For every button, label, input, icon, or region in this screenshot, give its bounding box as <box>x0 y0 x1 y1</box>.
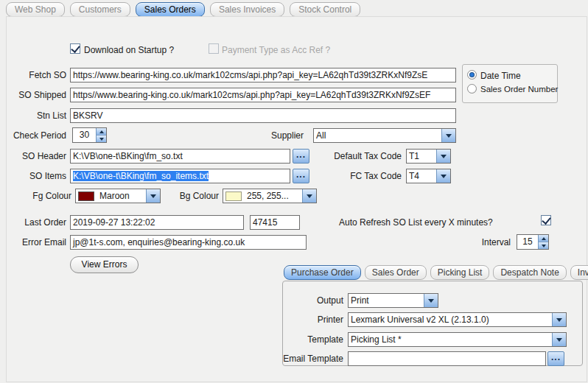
interval-value[interactable]: 15 <box>517 235 538 249</box>
interval-label: Interval <box>444 237 511 247</box>
supplier-label: Supplier <box>237 130 304 141</box>
auto-refresh-label: Auto Refresh SO List every X minutes? <box>339 217 493 228</box>
date-time-radio[interactable] <box>467 70 477 80</box>
last-order-label: Last Order <box>0 217 66 228</box>
dropdown-arrow-icon[interactable] <box>552 333 566 346</box>
tab-purchase-order[interactable]: Purchase Order <box>284 265 361 280</box>
tab-sales-orders[interactable]: Sales Orders <box>136 2 205 17</box>
download-on-startup-label: Download on Startup ? <box>84 45 174 55</box>
tab-despatch-note[interactable]: Despatch Note <box>493 265 566 280</box>
dropdown-arrow-icon[interactable] <box>424 294 438 307</box>
so-header-input[interactable]: K:\VB\one-t\BKing\fm_so.txt <box>70 149 290 164</box>
printer-value: Lexmark Universal v2 XL (2.13.1.0) <box>349 313 552 326</box>
so-items-label: SO Items <box>0 171 66 181</box>
spin-down-icon[interactable] <box>539 242 548 249</box>
so-items-input[interactable]: K:\VB\one-t\BKing\fm_so_items.txt <box>70 169 290 183</box>
tab-invoices[interactable]: Invoices <box>570 265 588 280</box>
fg-colour-combo[interactable]: Maroon <box>75 189 161 203</box>
date-time-radio-label: Date Time <box>480 71 521 81</box>
payment-type-checkbox <box>209 43 219 54</box>
tab-web-shop[interactable]: Web Shop <box>6 2 65 17</box>
last-order-number-input[interactable]: 47415 <box>250 215 300 230</box>
fetch-so-input[interactable]: https://www.bearing-king.co.uk/mark102cm… <box>70 68 456 82</box>
check-period-spinner[interactable]: 30 <box>72 127 107 143</box>
fc-tax-code-value: T4 <box>407 169 436 183</box>
so-items-selected-text: K:\VB\one-t\BKing\fm_so_items.txt <box>73 171 209 181</box>
check-period-label: Check Period <box>0 130 66 141</box>
supplier-combo[interactable]: All <box>313 128 456 143</box>
email-template-label: Email Template <box>277 354 343 364</box>
main-tabstrip: Web Shop Customers Sales Orders Sales In… <box>6 2 360 17</box>
dropdown-arrow-icon[interactable] <box>436 150 450 163</box>
so-shipped-label: SO Shipped <box>0 90 66 100</box>
spin-down-icon[interactable] <box>97 136 106 142</box>
so-header-browse-button[interactable]: ... <box>293 149 309 164</box>
template-value: Picking List * <box>349 333 552 346</box>
interval-spinner[interactable]: 15 <box>517 234 549 250</box>
tab-customers[interactable]: Customers <box>70 2 130 17</box>
email-template-input[interactable] <box>348 351 546 366</box>
default-tax-code-label: Default Tax Code <box>328 151 402 161</box>
sales-orders-settings-screen: Web Shop Customers Sales Orders Sales In… <box>0 0 588 383</box>
tab-sales-invoices[interactable]: Sales Invoices <box>210 2 284 17</box>
template-label: Template <box>277 334 343 345</box>
dropdown-arrow-icon[interactable] <box>552 313 566 326</box>
payment-type-label: Payment Type as Acc Ref ? <box>222 45 330 55</box>
fg-colour-label: Fg Colour <box>5 191 71 201</box>
fc-tax-code-combo[interactable]: T4 <box>406 169 451 183</box>
output-value: Print <box>349 294 424 307</box>
sales-order-number-radio[interactable] <box>467 84 477 94</box>
so-header-label: SO Header <box>0 151 66 161</box>
printer-combo[interactable]: Lexmark Universal v2 XL (2.13.1.0) <box>348 312 567 327</box>
fetch-so-label: Fetch SO <box>0 70 66 80</box>
download-on-startup-checkbox[interactable] <box>70 43 80 54</box>
spin-up-icon[interactable] <box>97 128 106 136</box>
template-combo[interactable]: Picking List * <box>348 332 567 347</box>
stn-list-input[interactable]: BKSRV <box>70 108 456 123</box>
dropdown-arrow-icon[interactable] <box>441 129 455 142</box>
so-items-browse-button[interactable]: ... <box>293 169 309 183</box>
tab-sales-order[interactable]: Sales Order <box>365 265 427 280</box>
error-email-input[interactable]: jp@1t-s.com, enquiries@bearing-king.co.u… <box>70 235 307 250</box>
fg-colour-swatch <box>78 192 94 201</box>
email-template-browse-button[interactable]: ... <box>547 351 564 366</box>
supplier-value: All <box>314 129 441 142</box>
bg-colour-combo[interactable]: 255, 255... <box>223 189 317 203</box>
check-period-value[interactable]: 30 <box>73 128 96 142</box>
check-period-spin-buttons <box>96 128 106 142</box>
stn-list-label: Stn List <box>0 110 66 121</box>
dropdown-arrow-icon[interactable] <box>436 169 450 183</box>
bg-colour-value: 255, 255... <box>245 189 302 203</box>
print-tabstrip: Purchase Order Sales Order Picking List … <box>284 265 588 280</box>
fg-colour-value: Maroon <box>97 189 146 203</box>
output-label: Output <box>277 295 343 306</box>
fc-tax-code-label: FC Tax Code <box>328 171 402 181</box>
spin-up-icon[interactable] <box>539 235 548 242</box>
default-tax-code-combo[interactable]: T1 <box>406 149 451 164</box>
last-order-datetime-input[interactable]: 2019-09-27 13:22:02 <box>70 215 244 230</box>
dropdown-arrow-icon[interactable] <box>302 189 316 203</box>
auto-refresh-checkbox[interactable] <box>541 215 551 225</box>
output-combo[interactable]: Print <box>348 293 438 308</box>
tab-stock-control[interactable]: Stock Control <box>290 2 360 17</box>
view-errors-button[interactable]: View Errors <box>70 256 139 273</box>
sort-order-groupbox <box>462 64 558 103</box>
tab-picking-list[interactable]: Picking List <box>430 265 490 280</box>
sales-order-number-radio-label: Sales Order Number <box>480 85 558 94</box>
interval-spin-buttons <box>538 235 548 249</box>
error-email-label: Error Email <box>0 237 66 247</box>
so-shipped-input[interactable]: https//www.bearing-king.co.uk/mark102cms… <box>70 88 456 102</box>
bg-colour-swatch <box>225 192 242 201</box>
printer-label: Printer <box>277 315 343 325</box>
bg-colour-label: Bg Colour <box>153 191 219 201</box>
default-tax-code-value: T1 <box>407 150 436 163</box>
